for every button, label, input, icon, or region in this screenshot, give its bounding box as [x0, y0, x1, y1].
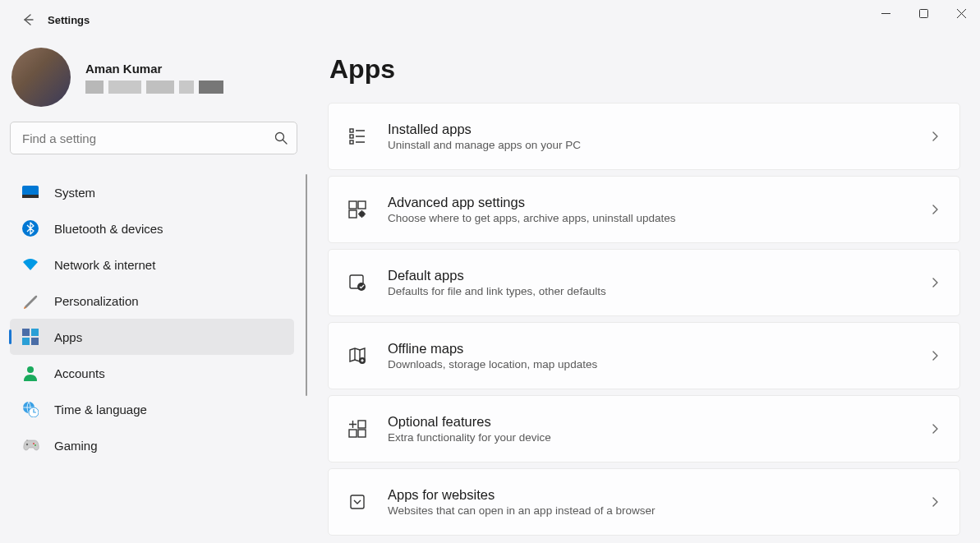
svg-rect-17 [350, 140, 353, 144]
gamepad-icon [21, 436, 39, 454]
svg-rect-6 [31, 329, 39, 336]
card-apps-for-websites[interactable]: Apps for websites Websites that can open… [328, 468, 960, 536]
svg-rect-18 [349, 201, 357, 209]
card-title: Advanced app settings [388, 195, 928, 210]
optional-features-icon [347, 418, 368, 439]
app-title: Settings [48, 14, 90, 26]
card-desc: Extra functionality for your device [388, 431, 928, 444]
svg-point-13 [33, 443, 35, 444]
card-title: Apps for websites [388, 487, 928, 503]
chevron-right-icon [928, 495, 941, 508]
card-desc: Downloads, storage location, map updates [388, 358, 928, 370]
card-advanced-app-settings[interactable]: Advanced app settings Choose where to ge… [328, 176, 960, 243]
card-optional-features[interactable]: Optional features Extra functionality fo… [328, 395, 960, 462]
globe-clock-icon [21, 400, 39, 418]
sidebar-item-label: Personalization [54, 294, 139, 308]
nav: System Bluetooth & devices Network & int… [10, 174, 308, 463]
svg-rect-5 [22, 329, 30, 336]
sidebar-item-time-language[interactable]: Time & language [10, 391, 294, 427]
avatar [12, 48, 71, 107]
search-input[interactable] [10, 122, 297, 154]
sidebar: Aman Kumar Syste [0, 39, 308, 543]
svg-point-14 [35, 444, 36, 446]
close-button[interactable] [942, 0, 980, 26]
sidebar-item-label: Network & internet [54, 258, 155, 272]
minimize-button[interactable] [867, 0, 904, 26]
sidebar-item-gaming[interactable]: Gaming [10, 427, 294, 463]
card-desc: Uninstall and manage apps on your PC [388, 139, 928, 151]
apps-icon [21, 328, 39, 346]
svg-rect-28 [351, 495, 364, 508]
card-desc: Defaults for file and link types, other … [388, 285, 928, 297]
card-installed-apps[interactable]: Installed apps Uninstall and manage apps… [328, 103, 960, 170]
svg-rect-19 [358, 201, 366, 209]
sidebar-item-bluetooth[interactable]: Bluetooth & devices [10, 210, 294, 246]
chevron-right-icon [928, 130, 941, 143]
back-arrow-icon [21, 12, 35, 27]
sidebar-item-label: System [54, 186, 95, 200]
scrollbar-thumb[interactable] [306, 174, 307, 396]
page-title: Apps [329, 54, 960, 85]
svg-point-23 [357, 283, 366, 291]
back-button[interactable] [12, 3, 44, 36]
sidebar-item-apps[interactable]: Apps [10, 319, 294, 355]
minimize-icon [881, 9, 890, 18]
card-title: Installed apps [388, 122, 928, 137]
chevron-right-icon [928, 349, 941, 362]
default-apps-icon [347, 272, 368, 293]
profile-block[interactable]: Aman Kumar [10, 39, 308, 122]
card-title: Offline maps [388, 341, 928, 357]
sidebar-item-label: Accounts [54, 366, 105, 380]
installed-apps-icon [347, 126, 368, 147]
svg-rect-8 [31, 338, 39, 345]
chevron-right-icon [928, 276, 941, 289]
advanced-settings-icon [347, 199, 368, 220]
sidebar-item-network[interactable]: Network & internet [10, 246, 294, 283]
chevron-right-icon [928, 203, 941, 216]
close-icon [957, 9, 966, 18]
system-icon [21, 183, 39, 201]
apps-for-websites-icon [347, 491, 368, 513]
settings-card-list: Installed apps Uninstall and manage apps… [328, 103, 960, 536]
profile-email-redacted [85, 81, 223, 94]
profile-name: Aman Kumar [85, 62, 223, 76]
sidebar-item-label: Bluetooth & devices [54, 222, 163, 236]
sidebar-item-personalization[interactable]: Personalization [10, 283, 294, 319]
search-button[interactable] [271, 128, 291, 148]
main-content: Apps Installed apps Uninstall and manage… [308, 39, 980, 543]
svg-point-9 [27, 366, 34, 373]
svg-rect-27 [358, 421, 366, 428]
card-offline-maps[interactable]: Offline maps Downloads, storage location… [328, 322, 960, 389]
card-title: Default apps [388, 268, 928, 283]
person-icon [21, 364, 39, 382]
svg-rect-0 [919, 9, 927, 17]
paintbrush-icon [21, 292, 39, 310]
svg-rect-3 [22, 195, 39, 198]
chevron-right-icon [928, 422, 941, 435]
svg-rect-20 [349, 210, 357, 218]
card-desc: Choose where to get apps, archive apps, … [388, 212, 928, 224]
card-title: Optional features [388, 414, 928, 430]
svg-rect-7 [22, 338, 30, 345]
titlebar: Settings [0, 0, 980, 39]
search-icon [274, 131, 288, 145]
svg-rect-25 [349, 430, 357, 437]
maximize-button[interactable] [904, 0, 942, 26]
wifi-icon [21, 255, 39, 274]
svg-rect-15 [350, 129, 353, 132]
svg-rect-26 [358, 430, 366, 437]
search-wrap [10, 122, 297, 154]
card-default-apps[interactable]: Default apps Defaults for file and link … [328, 249, 960, 316]
sidebar-item-label: Gaming [54, 439, 98, 453]
sidebar-item-accounts[interactable]: Accounts [10, 355, 294, 391]
svg-point-1 [276, 133, 284, 141]
sidebar-item-label: Apps [54, 330, 82, 344]
offline-maps-icon [347, 345, 368, 366]
svg-point-12 [26, 444, 28, 445]
sidebar-item-system[interactable]: System [10, 174, 294, 210]
svg-rect-16 [350, 135, 353, 138]
svg-point-21 [359, 211, 365, 217]
card-desc: Websites that can open in an app instead… [388, 504, 928, 517]
sidebar-item-label: Time & language [54, 403, 147, 416]
maximize-icon [919, 9, 928, 18]
